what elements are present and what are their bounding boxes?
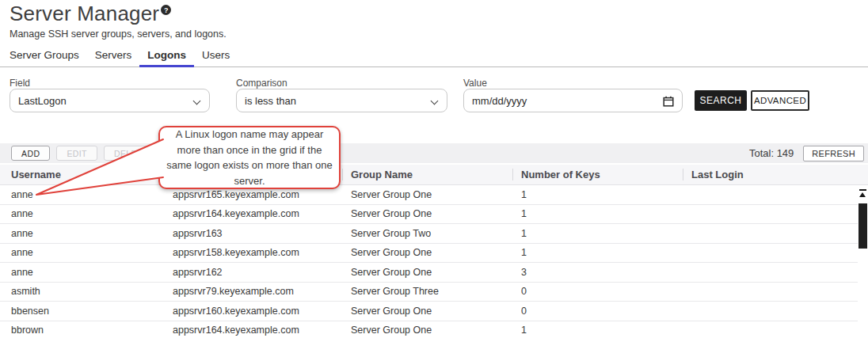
column-divider	[512, 169, 513, 180]
page-subtitle: Manage SSH server groups, servers, and l…	[10, 28, 227, 40]
table-body: anne appsrvr165.keyexample.com Server Gr…	[0, 185, 858, 338]
cell-username: anne	[11, 247, 173, 258]
col-number-of-keys[interactable]: Number of Keys	[521, 169, 691, 180]
field-select[interactable]: LastLogon	[10, 89, 210, 112]
cell-group: Server Group One	[351, 208, 521, 219]
cell-group: Server Group One	[351, 325, 521, 336]
table-row[interactable]: anne appsrvr158.keyexample.com Server Gr…	[0, 244, 858, 264]
tab-server-groups[interactable]: Server Groups	[2, 47, 87, 66]
table-row[interactable]: bbensen appsrvr160.keyexample.com Server…	[0, 302, 858, 321]
cell-keys: 1	[521, 228, 691, 239]
cell-username: anne	[11, 267, 173, 278]
cell-server: appsrvr164.keyexample.com	[173, 325, 351, 336]
refresh-button[interactable]: REFRESH	[803, 146, 864, 161]
value-label: Value	[463, 78, 487, 89]
cell-username: asmith	[11, 286, 173, 297]
advanced-button[interactable]: ADVANCED	[751, 90, 809, 111]
cell-username: anne	[11, 228, 173, 239]
comparison-label: Comparison	[236, 78, 287, 89]
scrollbar-thumb[interactable]	[858, 203, 867, 249]
cell-group: Server Group Two	[351, 228, 521, 239]
date-placeholder: mm/dd/yyyy	[472, 95, 527, 107]
comparison-select[interactable]: is less than	[236, 89, 447, 112]
tabbar: Server Groups Servers Logons Users	[0, 47, 868, 67]
cell-group: Server Group One	[351, 189, 521, 200]
page-title: Server Manager	[10, 2, 159, 26]
cell-server: appsrvr79.keyexample.com	[173, 286, 351, 297]
table-row[interactable]: anne appsrvr163 Server Group Two 1	[0, 224, 858, 244]
table-row[interactable]: bbrown appsrvr164.keyexample.com Server …	[0, 321, 858, 338]
comparison-select-value: is less than	[245, 95, 296, 107]
cell-keys: 0	[521, 306, 691, 317]
vertical-scrollbar	[858, 187, 868, 338]
help-icon[interactable]: ?	[161, 5, 171, 15]
cell-username: bbensen	[11, 306, 173, 317]
column-divider	[342, 169, 343, 180]
cell-username: anne	[11, 208, 173, 219]
total-count: Total: 149	[749, 147, 794, 159]
cell-keys: 1	[521, 325, 691, 336]
cell-keys: 1	[521, 189, 691, 200]
search-button[interactable]: SEARCH	[695, 90, 747, 111]
table-row[interactable]: asmith appsrvr79.keyexample.com Server G…	[0, 283, 858, 302]
cell-keys: 3	[521, 267, 691, 278]
cell-server: appsrvr162	[173, 267, 351, 278]
tab-users[interactable]: Users	[194, 47, 238, 66]
tab-servers[interactable]: Servers	[87, 47, 140, 66]
cell-keys: 1	[521, 247, 691, 258]
annotation-text: A Linux logon name may appear more than …	[166, 127, 333, 188]
cell-server: appsrvr158.keyexample.com	[173, 247, 351, 258]
cell-server: appsrvr163	[173, 228, 351, 239]
cell-group: Server Group Three	[351, 286, 521, 297]
table-row[interactable]: anne appsrvr164.keyexample.com Server Gr…	[0, 205, 858, 225]
tab-logons[interactable]: Logons	[139, 47, 194, 67]
column-divider	[683, 169, 683, 180]
cell-server: appsrvr165.keyexample.com	[173, 189, 351, 200]
annotation-pointer	[29, 131, 168, 199]
cell-keys: 1	[521, 208, 691, 219]
chevron-down-icon	[431, 97, 439, 105]
cell-group: Server Group One	[351, 247, 521, 258]
cell-server: appsrvr164.keyexample.com	[173, 208, 351, 219]
col-last-login[interactable]: Last Login	[691, 169, 868, 180]
server-manager-page: Server Manager ? Manage SSH server group…	[0, 0, 868, 338]
field-label: Field	[10, 78, 30, 89]
col-group-name[interactable]: Group Name	[351, 169, 521, 180]
date-value-input[interactable]: mm/dd/yyyy	[463, 89, 683, 112]
calendar-icon[interactable]	[663, 96, 674, 109]
field-select-value: LastLogon	[18, 95, 67, 107]
cell-server: appsrvr160.keyexample.com	[173, 306, 351, 317]
table-row[interactable]: anne appsrvr162 Server Group One 3	[0, 263, 858, 283]
chevron-down-icon	[193, 97, 201, 105]
cell-group: Server Group One	[351, 267, 521, 278]
cell-group: Server Group One	[351, 306, 521, 317]
scroll-up-icon[interactable]	[859, 189, 866, 198]
cell-keys: 0	[521, 286, 691, 297]
cell-username: bbrown	[11, 325, 173, 336]
annotation-callout: A Linux logon name may appear more than …	[158, 126, 341, 189]
page-head: Server Manager ?	[10, 2, 171, 26]
